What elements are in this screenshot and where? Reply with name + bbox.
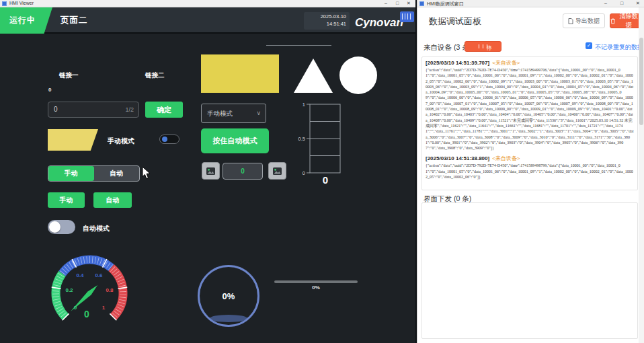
- toggle-knob: [162, 137, 167, 142]
- time-text: 14:51:41: [304, 21, 346, 28]
- minimize-button[interactable]: –: [600, 0, 611, 7]
- log-entry-header: [2025/03/10 14:51:38.800]<来自设备>: [426, 155, 634, 162]
- window-title: HMI Viewer: [9, 1, 34, 5]
- scrollbar-track[interactable]: [639, 7, 644, 343]
- input-counter: 1/2: [125, 106, 134, 113]
- log-timestamp: [2025/03/10 14:51:39.707]: [426, 60, 489, 66]
- triangle-shape: [294, 59, 333, 93]
- date-text: 2025-03-10: [304, 13, 346, 21]
- clear-data-button[interactable]: 清除数据: [610, 13, 641, 28]
- minimize-button[interactable]: –: [380, 0, 391, 7]
- maximize-button[interactable]: □: [392, 0, 403, 7]
- log-timestamp: [2025/03/10 14:51:38.800]: [426, 155, 489, 161]
- value-input[interactable]: 0 1/2: [48, 102, 139, 118]
- segment-manual[interactable]: 手动: [48, 166, 94, 181]
- stepper-decrement-button[interactable]: [202, 162, 220, 180]
- app-icon: [2, 1, 7, 6]
- log-json-body: {"action":"data","uuid":"2D7D-792D-7E74-…: [426, 67, 634, 151]
- image-icon: [206, 167, 215, 175]
- segment-auto[interactable]: 自动: [94, 166, 140, 181]
- select-value: 手动模式: [207, 110, 233, 118]
- dedupe-checkbox-label[interactable]: 不记录重复的数据: [595, 43, 643, 52]
- hmi-topbar: 运行中 页面二 2025-03-10 14:51:41 Cynovan: [0, 7, 415, 34]
- device-log-box[interactable]: [2025/03/10 14:51:39.707]<来自设备> {"action…: [421, 56, 638, 190]
- tank-value: 0: [315, 174, 335, 186]
- mouse-cursor: [142, 167, 151, 180]
- stepper-value: 0: [223, 163, 263, 180]
- input-value: 0: [54, 106, 58, 113]
- progress-percent: 0%: [274, 284, 358, 291]
- auto-button[interactable]: 自动: [93, 192, 132, 208]
- trapezoid-shape: [48, 129, 98, 151]
- gauge-tick: 0.2: [65, 287, 73, 293]
- yellow-rectangle-shape: [201, 54, 279, 93]
- window-title: HMI数据调试窗口: [427, 1, 464, 7]
- brand-badge-icon: [400, 11, 414, 22]
- log-source-tag: <来自设备>: [492, 155, 520, 161]
- trash-icon: [610, 18, 615, 24]
- sent-log-box[interactable]: [421, 202, 638, 339]
- log-entry-header: [2025/03/10 14:51:39.707]<来自设备>: [426, 59, 634, 67]
- tank-tick: 1: [297, 102, 305, 108]
- gauge-value: 0: [84, 309, 89, 319]
- manual-auto-segmented: 手动 自动: [48, 165, 140, 182]
- tank-grid: [300, 98, 348, 186]
- liquid-percent: 0%: [200, 291, 257, 301]
- debug-window: HMI数据调试窗口 – □ ✕ 数据调试面板 导出数据 清除数据 来自设备 (3…: [417, 0, 644, 343]
- gauge-tick: 0.4: [76, 272, 83, 278]
- gauge-tick: 0: [74, 305, 77, 311]
- link-one-label[interactable]: 链接一: [59, 71, 79, 80]
- maximize-button[interactable]: □: [616, 0, 627, 7]
- export-label: 导出数据: [575, 17, 600, 26]
- auto-mode-toggle[interactable]: [48, 220, 75, 234]
- gauge-tick: 0.6: [95, 272, 102, 278]
- dedupe-checkbox[interactable]: ✓: [586, 42, 592, 49]
- gauge-tick: 0.8: [106, 287, 113, 293]
- stop-recording-button[interactable]: 停止记录: [465, 41, 501, 52]
- mode-select[interactable]: 手动模式 ∨: [201, 104, 266, 123]
- chevron-down-icon: ∨: [256, 110, 261, 116]
- liquid-pool: [210, 315, 247, 322]
- log-entry: [2025/03/10 14:51:38.800]<来自设备> {"action…: [426, 155, 634, 180]
- app-icon: [419, 1, 424, 6]
- tab-page-two[interactable]: 页面二: [61, 7, 88, 34]
- manual-mode-toggle[interactable]: [159, 135, 179, 144]
- tank-chart: 1 0.5 0 0: [300, 98, 348, 186]
- close-button[interactable]: ✕: [403, 0, 414, 7]
- hold-auto-button[interactable]: 按住自动模式: [201, 128, 269, 153]
- pause-icon-bar: [483, 44, 484, 48]
- hmi-viewer-titlebar: HMI Viewer – □ ✕: [0, 0, 415, 7]
- confirm-button[interactable]: 确定: [145, 102, 183, 118]
- close-button[interactable]: ✕: [633, 0, 643, 7]
- log-json-body: {"action":"data","uuid":"2D7D-792D-7E74-…: [426, 163, 634, 180]
- panel-title: 数据调试面板: [429, 15, 481, 28]
- datetime-display: 2025-03-10 14:51:41: [304, 12, 350, 30]
- document-icon: [568, 18, 573, 24]
- tank-tick: 0: [297, 170, 305, 176]
- auto-mode-label: 自动模式: [83, 224, 110, 233]
- manual-button[interactable]: 手动: [48, 192, 85, 208]
- stepper-increment-button[interactable]: [268, 162, 286, 180]
- scrollbar-thumb[interactable]: [639, 38, 643, 125]
- log-entry: [2025/03/10 14:51:39.707]<来自设备> {"action…: [426, 59, 634, 151]
- link-two-label[interactable]: 链接二: [145, 71, 165, 80]
- tank-tick: 0.5: [297, 136, 305, 142]
- stop-label: 停止记录: [487, 44, 488, 48]
- debug-titlebar: HMI数据调试窗口 – □ ✕: [417, 0, 644, 7]
- gauge-tick: 1: [102, 305, 105, 311]
- brand-logo: Cynovan: [355, 16, 413, 32]
- progress-bar: [274, 280, 358, 283]
- clear-label: 清除数据: [617, 12, 640, 30]
- status-tab-running: 运行中: [0, 7, 52, 34]
- toggle-knob: [49, 221, 61, 233]
- liquid-gauge: 0%: [198, 265, 259, 327]
- log-source-tag: <来自设备>: [492, 60, 520, 66]
- brand-text: Cynovan: [355, 16, 403, 29]
- gauge-arcs: [39, 249, 140, 343]
- export-data-button[interactable]: 导出数据: [563, 13, 605, 28]
- mini-value-label: 0: [48, 87, 51, 93]
- manual-mode-label: 手动模式: [108, 137, 134, 146]
- image-icon: [273, 167, 282, 175]
- pause-icon-bar: [479, 44, 480, 48]
- hmi-viewer-window: HMI Viewer – □ ✕ 运行中 页面二 2025-03-10 14:5…: [0, 0, 415, 343]
